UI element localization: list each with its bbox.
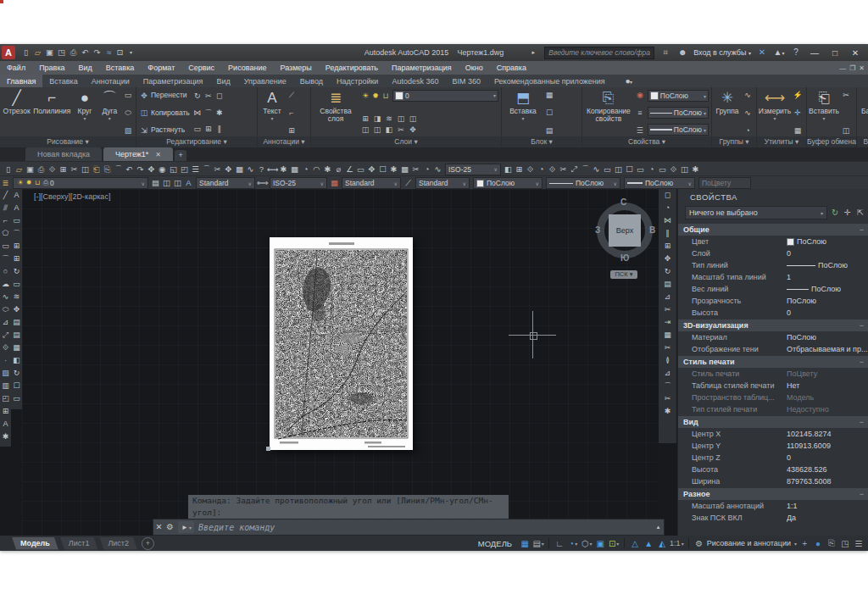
measure-button[interactable]: ⟷Измерить▾	[760, 89, 790, 136]
block-editor-icon[interactable]: ⌒	[113, 164, 124, 175]
menu-item-9[interactable]: Параметризация	[385, 61, 459, 75]
property-value[interactable]: ПоСлою	[787, 295, 868, 307]
exchange-apps-icon[interactable]: ▲▾	[773, 47, 785, 59]
save-file-icon[interactable]: ▣	[44, 47, 55, 58]
line-button[interactable]: ╱Отрезок	[3, 89, 31, 136]
erase-icon[interactable]: ◻	[214, 91, 225, 101]
close-cmd-icon[interactable]: ✕	[153, 521, 164, 533]
panel-label-block[interactable]: Блок ▾	[502, 136, 581, 147]
spline-icon[interactable]: ∿	[1, 291, 11, 303]
spell-check-icon[interactable]: ⊞	[12, 240, 22, 253]
layer-walk-icon[interactable]: ✂	[396, 125, 406, 135]
ribbon-tab-4[interactable]: Вид	[209, 75, 236, 87]
ribbon-tab-2[interactable]: Аннотации	[85, 75, 136, 87]
file-tab-0[interactable]: Новая вкладка	[25, 147, 102, 161]
cut-icon[interactable]: ✂	[69, 164, 80, 175]
match-layer-icon[interactable]: ◫	[161, 177, 172, 189]
zoom-extents-icon[interactable]: ✂	[558, 164, 569, 175]
property-value[interactable]: Нет	[787, 380, 868, 392]
properties-section-1[interactable]: 3D-визуализация−	[678, 319, 868, 331]
scale2-icon[interactable]: ▤	[663, 278, 673, 291]
grid-display-icon[interactable]: ▦	[519, 537, 531, 549]
menu-item-6[interactable]: Рисование	[221, 61, 273, 75]
create-block-icon[interactable]: ▦	[544, 90, 554, 100]
menu-item-3[interactable]: Вставка	[99, 61, 141, 75]
ribbon-tab-7[interactable]: Надстройки	[330, 75, 385, 87]
stretch-icon[interactable]: ⊿	[663, 291, 673, 303]
move-button[interactable]: ✥Перенести	[139, 90, 190, 101]
cloud-sync-icon[interactable]: ≈	[103, 47, 114, 58]
rectangle-icon[interactable]: ▭	[1, 240, 11, 253]
match-properties-icon[interactable]: ⎘	[102, 164, 113, 175]
mleader-style-icon[interactable]: ⟋	[403, 177, 414, 189]
scale-icon[interactable]: ▭	[192, 124, 203, 134]
continue-dim-icon[interactable]: ☐	[377, 164, 388, 175]
menu-item-11[interactable]: Справка	[490, 61, 533, 75]
hatch-icon[interactable]: ▨	[1, 367, 11, 380]
undo-icon[interactable]: ↶	[80, 47, 91, 58]
property-value[interactable]: 438628.526	[787, 464, 868, 475]
quick-dim-icon[interactable]: ▭	[355, 164, 366, 175]
line-icon[interactable]: ╱	[1, 189, 11, 202]
ellipse-icon[interactable]: ⬭	[1, 303, 11, 316]
table-style-icon[interactable]: ▦	[329, 177, 340, 189]
render-icon[interactable]: ▭	[657, 164, 668, 175]
group-button[interactable]: ✳Группа	[715, 89, 740, 136]
osnap-icon[interactable]: ▣	[594, 537, 606, 549]
add-selected-icon[interactable]: ✱	[1, 430, 11, 443]
layout-tab-1[interactable]: Лист1	[60, 537, 98, 550]
layer-prev-icon[interactable]: ◫	[360, 125, 370, 135]
workspace-switch-icon[interactable]: ⊡	[114, 47, 125, 58]
sheet-set-icon[interactable]: ✥	[223, 164, 234, 175]
ellipse-arc-icon[interactable]: ⊿	[1, 316, 11, 329]
search-toggle-icon[interactable]: ▸	[527, 47, 539, 58]
property-value[interactable]: 879763.5008	[787, 475, 868, 487]
annotation-visibility-icon[interactable]: △	[629, 537, 641, 549]
dim-style-combo2[interactable]: ISO-25∨	[270, 177, 327, 189]
workspace-switcher[interactable]: Рисование и аннотации▾	[707, 539, 797, 547]
property-value[interactable]: Отбрасываемая и пр...	[787, 343, 868, 355]
arc-button[interactable]: ⌒Дуга▾	[99, 89, 120, 136]
property-value[interactable]: 0	[787, 247, 868, 259]
annotation-scale-icon[interactable]: ◭	[656, 537, 668, 549]
dim-linear-icon[interactable]: ✥	[12, 303, 22, 316]
plot-icon[interactable]: ⎙	[68, 47, 79, 58]
dim-edit-icon[interactable]: ◧	[503, 164, 514, 175]
graphics-performance-icon[interactable]: ⎘	[826, 537, 837, 549]
lineweight-dropdown[interactable]: ПоСлою▾	[648, 124, 709, 136]
revcloud-icon[interactable]: ☁	[1, 278, 11, 291]
group-manager-icon[interactable]: ◔	[743, 125, 753, 136]
revcloud2-icon[interactable]: ↻	[12, 367, 22, 380]
rotate-icon[interactable]: ↻	[663, 265, 673, 278]
customization-menu-icon[interactable]: ☰	[853, 537, 865, 549]
menu-item-7[interactable]: Размеры	[273, 61, 318, 75]
move-icon[interactable]: ✥	[663, 253, 673, 265]
gradient-icon[interactable]: ▥	[1, 380, 11, 392]
named-views-icon[interactable]: ▭	[602, 164, 613, 175]
property-value[interactable]: 1:1	[787, 500, 868, 512]
layer-off-icon[interactable]: ◧	[384, 125, 394, 135]
redo-icon[interactable]: ↷	[135, 164, 146, 175]
color-combo[interactable]: ПоСлою∨	[473, 177, 542, 189]
ucs-world-icon[interactable]: ☐	[624, 164, 635, 175]
annotation-scale-value[interactable]: 1:1▾	[670, 537, 684, 549]
hatch-icon[interactable]: ▨	[123, 125, 133, 136]
copy-clip-icon[interactable]: ◫	[841, 125, 851, 136]
trim-icon[interactable]: ✂	[663, 303, 673, 316]
chamfer-icon[interactable]: ⊿	[663, 367, 673, 380]
properties-section-4[interactable]: Разное−	[678, 488, 868, 500]
search-input[interactable]	[545, 48, 654, 57]
viewcube-top-face[interactable]: Верх	[609, 214, 641, 247]
viewport-controls[interactable]: [-][Сверху][2D-каркас]	[34, 192, 110, 201]
text-button[interactable]: AТекст▾	[260, 89, 284, 136]
customize-cmd-icon[interactable]: ⚙	[164, 521, 175, 533]
zoom-in-icon[interactable]: ◔	[536, 164, 547, 175]
quick-calc-icon[interactable]: ▦	[793, 125, 803, 136]
annotation-autoscale-icon[interactable]: ▲	[643, 537, 654, 549]
workspace-gear-icon[interactable]: ⚙	[693, 537, 705, 549]
plus-customization-icon[interactable]: ＋	[798, 537, 810, 549]
color-dropdown[interactable]: ПоСлою▾	[648, 90, 709, 102]
panel-label-properties[interactable]: Свойства ▾	[582, 136, 711, 147]
signin-button[interactable]: Вход в службы ▾	[693, 48, 751, 57]
property-value[interactable]: ПоСлою	[787, 236, 868, 247]
